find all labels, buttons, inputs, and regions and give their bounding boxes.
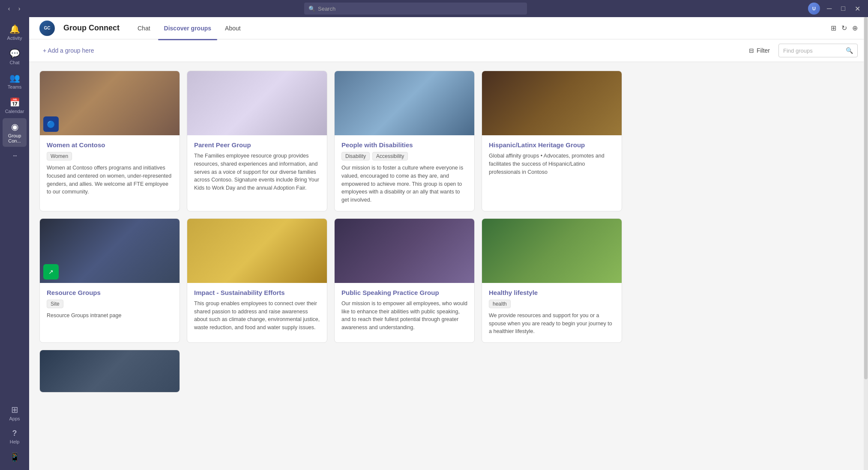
- card-body: Impact - Sustainability Efforts This gro…: [187, 283, 327, 339]
- card-title: Women at Contoso: [47, 141, 173, 149]
- group-card-partial[interactable]: [39, 350, 180, 393]
- add-group-button[interactable]: + Add a group here: [39, 45, 98, 56]
- card-title: Healthy lifestyle: [489, 289, 615, 296]
- help-icon: ?: [12, 429, 17, 438]
- filter-icon: ⊟: [749, 47, 754, 54]
- card-title: Public Speaking Practice Group: [341, 289, 467, 296]
- card-description: Global affinity groups • Advocates, prom…: [489, 152, 615, 176]
- app-title: Group Connect: [63, 24, 120, 33]
- group-card-people-with-disabilities[interactable]: People with Disabilities Disability Acce…: [334, 71, 475, 211]
- title-bar-left: ‹ ›: [5, 5, 23, 12]
- back-button[interactable]: ‹: [5, 5, 13, 12]
- card-description: We provide resources and support for you…: [489, 312, 615, 336]
- group-card-hispanic-heritage[interactable]: Hispanic/Latinx Heritage Group Global af…: [482, 71, 622, 211]
- search-icon: 🔍: [308, 6, 315, 12]
- more-icon: ···: [12, 151, 16, 160]
- card-tags: Women: [47, 152, 173, 161]
- sidebar-item-label: Activity: [7, 36, 22, 41]
- group-card-public-speaking[interactable]: Public Speaking Practice Group Our missi…: [334, 218, 475, 343]
- teams-icon: 👥: [9, 73, 20, 83]
- title-bar-right: U ─ □ ✕: [808, 3, 863, 15]
- group-card-sustainability[interactable]: Impact - Sustainability Efforts This gro…: [187, 218, 327, 343]
- sidebar-item-chat[interactable]: 💬 Chat: [3, 45, 27, 68]
- card-image: [40, 219, 180, 283]
- group-card-healthy-lifestyle[interactable]: Healthy lifestyle health We provide reso…: [482, 218, 622, 343]
- maximize-button[interactable]: □: [838, 3, 848, 14]
- minimize-button[interactable]: ─: [824, 3, 834, 14]
- toolbar: + Add a group here ⊟ Filter 🔍: [29, 39, 868, 62]
- card-body: Parent Peer Group The Families employee …: [187, 135, 327, 199]
- sidebar-item-label: Group Con...: [4, 133, 25, 143]
- avatar[interactable]: U: [808, 3, 820, 15]
- sidebar-item-teams[interactable]: 👥 Teams: [3, 69, 27, 93]
- card-body: Women at Contoso Women Women at Contoso …: [40, 135, 180, 203]
- group-card-resource-groups[interactable]: ↗ Resource Groups Site Resource Groups i…: [39, 218, 180, 343]
- sidebar-item-more[interactable]: ···: [3, 148, 27, 164]
- card-title: People with Disabilities: [341, 141, 467, 149]
- app-logo: GC: [39, 21, 55, 36]
- sidebar-item-calendar[interactable]: 📅 Calendar: [3, 94, 27, 117]
- card-image: [482, 71, 622, 135]
- sidebar-item-label: Chat: [9, 60, 19, 65]
- logo-site-icon: ↗: [48, 268, 54, 275]
- card-title: Impact - Sustainability Efforts: [194, 289, 320, 296]
- card-tags: Disability Accessibility: [341, 152, 467, 161]
- find-groups-search[interactable]: 🔍: [778, 44, 858, 57]
- group-connect-icon: ◉: [11, 122, 18, 132]
- card-image-wrapper: [335, 71, 474, 135]
- scrollbar-thumb[interactable]: [864, 17, 868, 379]
- tag: Women: [47, 152, 72, 161]
- app-header: GC Group Connect Chat Discover groups Ab…: [29, 17, 868, 39]
- tab-chat[interactable]: Chat: [132, 22, 156, 34]
- chat-icon: 💬: [9, 48, 20, 59]
- card-image-wrapper: [187, 71, 327, 135]
- mobile-icon: 📱: [9, 452, 20, 462]
- grid-view-icon[interactable]: ⊞: [831, 24, 836, 32]
- title-bar: ‹ › 🔍 U ─ □ ✕: [0, 0, 868, 17]
- apps-icon: ⊞: [11, 405, 18, 415]
- tag-disability: Disability: [341, 152, 370, 161]
- scrollbar-track[interactable]: [864, 17, 868, 470]
- refresh-icon[interactable]: ↻: [841, 24, 847, 32]
- sidebar-item-label: Calendar: [5, 109, 24, 114]
- sidebar-item-activity[interactable]: 🔔 Activity: [3, 21, 27, 44]
- sidebar-item-group-connect[interactable]: ◉ Group Con...: [3, 118, 27, 147]
- card-body: People with Disabilities Disability Acce…: [335, 135, 474, 211]
- card-image-wrapper: 🔵: [40, 71, 180, 135]
- card-body: Public Speaking Practice Group Our missi…: [335, 283, 474, 339]
- group-card-parent-peer-group[interactable]: Parent Peer Group The Families employee …: [187, 71, 327, 211]
- sidebar-item-help[interactable]: ? Help: [3, 425, 27, 448]
- card-description: Resource Groups intranet page: [47, 312, 173, 320]
- card-image: [335, 219, 474, 283]
- group-card-women-at-contoso[interactable]: 🔵 Women at Contoso Women Women at Contos…: [39, 71, 180, 211]
- card-image: [187, 71, 327, 135]
- card-title: Resource Groups: [47, 289, 173, 296]
- tag-health: health: [489, 300, 511, 308]
- logo-icon: GC: [44, 26, 51, 30]
- filter-label: Filter: [757, 47, 770, 54]
- search-input[interactable]: [318, 6, 523, 12]
- sidebar-item-apps[interactable]: ⊞ Apps: [3, 401, 27, 425]
- tab-about[interactable]: About: [219, 22, 247, 34]
- card-body: Resource Groups Site Resource Groups int…: [40, 283, 180, 327]
- card-description: Women at Contoso offers programs and ini…: [47, 164, 173, 196]
- find-groups-input[interactable]: [783, 48, 843, 54]
- card-image-wrapper: [335, 219, 474, 283]
- activity-icon: 🔔: [9, 24, 20, 34]
- sidebar-item-mobile[interactable]: 📱: [3, 449, 27, 466]
- expand-icon[interactable]: ⊕: [852, 24, 858, 32]
- card-description: Our mission is to empower all employees,…: [341, 300, 467, 332]
- groups-scroll[interactable]: 🔵 Women at Contoso Women Women at Contos…: [29, 62, 868, 470]
- forward-button[interactable]: ›: [15, 5, 23, 12]
- card-image: [482, 219, 622, 283]
- card-image-wrapper: [40, 350, 180, 393]
- tab-discover-groups[interactable]: Discover groups: [158, 22, 217, 34]
- card-image-wrapper: [187, 219, 327, 283]
- app-nav: Chat Discover groups About: [132, 22, 247, 34]
- card-body: Healthy lifestyle health We provide reso…: [482, 283, 622, 342]
- filter-button[interactable]: ⊟ Filter: [745, 45, 774, 56]
- close-button[interactable]: ✕: [852, 3, 863, 15]
- card-image-wrapper: [482, 219, 622, 283]
- title-search-bar[interactable]: 🔍: [304, 3, 527, 15]
- card-logo: 🔵: [43, 116, 59, 132]
